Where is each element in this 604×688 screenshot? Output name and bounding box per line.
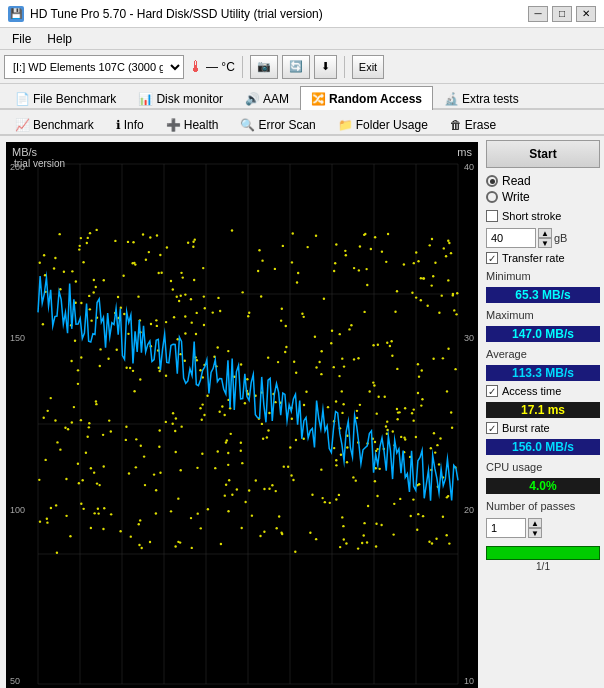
temp-value: — °C — [206, 60, 235, 74]
read-write-group: Read Write — [486, 172, 600, 206]
y-axis-right: 40 30 20 10 — [464, 162, 474, 686]
passes-input[interactable] — [486, 518, 526, 538]
transfer-rate-row: ✓ Transfer rate — [486, 252, 600, 264]
minimum-label: Minimum — [486, 270, 600, 282]
burst-rate-row: ✓ Burst rate — [486, 422, 600, 434]
tab-folder-usage[interactable]: 📁 Folder Usage — [327, 112, 439, 136]
cpu-usage-value: 4.0% — [486, 478, 600, 494]
minimize-button[interactable]: ─ — [528, 6, 548, 22]
tab-health[interactable]: ➕ Health — [155, 112, 230, 136]
thermometer-icon: 🌡 — [188, 58, 204, 76]
burst-rate-value: 156.0 MB/s — [486, 439, 600, 455]
menu-help[interactable]: Help — [39, 30, 80, 48]
random-access-icon: 🔀 — [311, 92, 326, 106]
nav-tabs-row2: 📈 Benchmark ℹ Info ➕ Health 🔍 Error Scan… — [0, 110, 604, 136]
start-button[interactable]: Start — [486, 140, 600, 168]
burst-rate-checkbox[interactable]: ✓ — [486, 422, 498, 434]
tab-extra-tests[interactable]: 🔬 Extra tests — [433, 86, 530, 110]
progress-text: 1/1 — [486, 561, 600, 572]
maximize-button[interactable]: □ — [552, 6, 572, 22]
info-icon: ℹ — [116, 118, 121, 132]
access-time-row: ✓ Access time — [486, 385, 600, 397]
error-scan-icon: 🔍 — [240, 118, 255, 132]
file-benchmark-icon: 📄 — [15, 92, 30, 106]
access-time-value: 17.1 ms — [486, 402, 600, 418]
tab-aam[interactable]: 🔊 AAM — [234, 86, 300, 110]
passes-row: ▲ ▼ — [486, 518, 600, 538]
extra-tests-icon: 🔬 — [444, 92, 459, 106]
erase-icon: 🗑 — [450, 118, 462, 132]
window-controls: ─ □ ✕ — [528, 6, 596, 22]
y-axis-left: 200 150 100 50 — [10, 162, 25, 686]
short-stroke-checkbox[interactable] — [486, 210, 498, 222]
read-radio-circle — [486, 175, 498, 187]
temperature-display: 🌡 — °C — [188, 58, 235, 76]
minimum-value: 65.3 MB/s — [486, 287, 600, 303]
passes-label: Number of passes — [486, 500, 600, 512]
average-value: 113.3 MB/s — [486, 365, 600, 381]
maximum-label: Maximum — [486, 309, 600, 321]
tab-erase[interactable]: 🗑 Erase — [439, 112, 507, 136]
folder-usage-icon: 📁 — [338, 118, 353, 132]
tab-disk-monitor[interactable]: 📊 Disk monitor — [127, 86, 234, 110]
icon-btn-1[interactable]: 📷 — [250, 55, 278, 79]
toolbar: [I:] WD Elements 107C (3000 gB) 🌡 — °C 📷… — [0, 50, 604, 84]
short-stroke-up[interactable]: ▲ — [538, 228, 552, 238]
exit-button[interactable]: Exit — [352, 55, 384, 79]
tab-random-access[interactable]: 🔀 Random Access — [300, 86, 433, 110]
short-stroke-spinbox-buttons: ▲ ▼ — [538, 228, 552, 248]
separator — [242, 56, 243, 78]
progress-container: 1/1 — [486, 546, 600, 572]
menu-bar: File Help — [0, 28, 604, 50]
tab-info[interactable]: ℹ Info — [105, 112, 155, 136]
close-button[interactable]: ✕ — [576, 6, 596, 22]
aam-icon: 🔊 — [245, 92, 260, 106]
short-stroke-input[interactable] — [486, 228, 536, 248]
app-icon: 💾 — [8, 6, 24, 22]
separator2 — [344, 56, 345, 78]
average-label: Average — [486, 348, 600, 360]
chart-area: MB/s ms trial version 0 300 600 900 1200… — [6, 142, 478, 688]
passes-down[interactable]: ▼ — [528, 528, 542, 538]
health-icon: ➕ — [166, 118, 181, 132]
maximum-value: 147.0 MB/s — [486, 326, 600, 342]
short-stroke-spinbox: ▲ ▼ gB — [486, 228, 600, 248]
icon-btn-3[interactable]: ⬇ — [314, 55, 337, 79]
menu-file[interactable]: File — [4, 30, 39, 48]
title-bar: 💾 HD Tune Pro 5.70 - Hard Disk/SSD Utili… — [0, 0, 604, 28]
short-stroke-down[interactable]: ▼ — [538, 238, 552, 248]
write-radio-circle — [486, 191, 498, 203]
write-radio[interactable]: Write — [486, 190, 600, 204]
access-time-checkbox[interactable]: ✓ — [486, 385, 498, 397]
title-bar-text: HD Tune Pro 5.70 - Hard Disk/SSD Utility… — [30, 7, 323, 21]
tab-benchmark[interactable]: 📈 Benchmark — [4, 112, 105, 136]
benchmark-icon: 📈 — [15, 118, 30, 132]
disk-monitor-icon: 📊 — [138, 92, 153, 106]
passes-spinbox-buttons: ▲ ▼ — [528, 518, 542, 538]
right-panel: Start Read Write Short stroke ▲ ▼ gB — [484, 136, 604, 688]
y-axis-left-label: MB/s — [12, 146, 37, 158]
drive-select[interactable]: [I:] WD Elements 107C (3000 gB) — [4, 55, 184, 79]
icon-btn-2[interactable]: 🔄 — [282, 55, 310, 79]
transfer-rate-checkbox[interactable]: ✓ — [486, 252, 498, 264]
main-content: MB/s ms trial version 0 300 600 900 1200… — [0, 136, 604, 688]
read-radio[interactable]: Read — [486, 174, 600, 188]
tab-error-scan[interactable]: 🔍 Error Scan — [229, 112, 326, 136]
y-axis-right-label: ms — [457, 146, 472, 158]
tab-file-benchmark[interactable]: 📄 File Benchmark — [4, 86, 127, 110]
progress-bar — [486, 546, 600, 560]
cpu-usage-label: CPU usage — [486, 461, 600, 473]
nav-tabs-row1: 📄 File Benchmark 📊 Disk monitor 🔊 AAM 🔀 … — [0, 84, 604, 110]
short-stroke-row: Short stroke — [486, 210, 600, 222]
passes-up[interactable]: ▲ — [528, 518, 542, 528]
